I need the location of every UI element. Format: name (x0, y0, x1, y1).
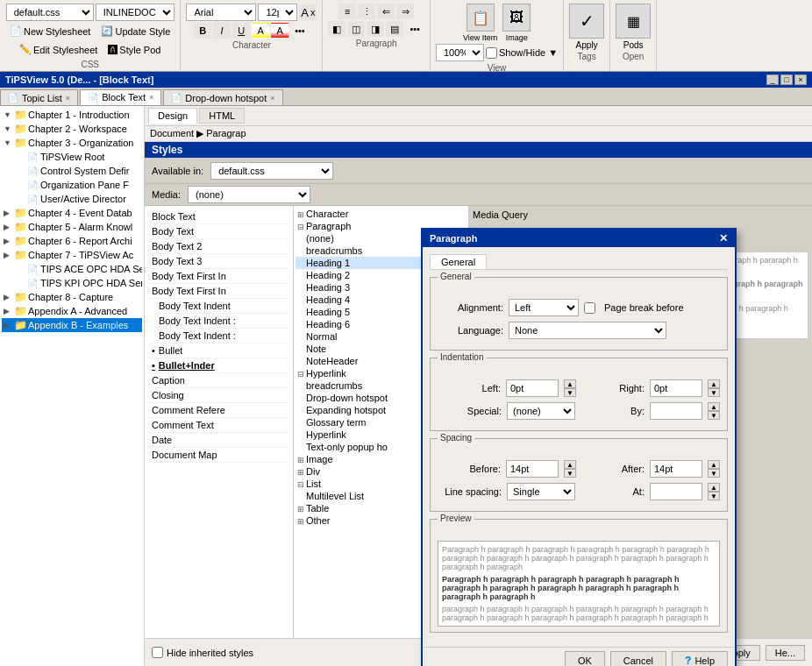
tree-item-appendixa[interactable]: ▶ 📁 Appendix A - Advanced (2, 304, 142, 318)
style-tree-item-breadcrumbs2[interactable]: breadcrumbs (296, 379, 467, 392)
apply-button[interactable]: ✓ (569, 4, 604, 39)
update-style-button[interactable]: 🔄 Update Style (96, 23, 175, 39)
tree-item-ch8[interactable]: ▶ 📁 Chapter 8 - Capture (2, 290, 142, 304)
pods-button[interactable]: ▦ (616, 4, 651, 39)
align-center-button[interactable]: ◫ (347, 21, 365, 37)
style-tree-group-other[interactable]: ⊞Other (296, 514, 467, 527)
design-tab[interactable]: Design (148, 108, 197, 124)
unordered-list-button[interactable]: ≡ (338, 4, 356, 19)
restore-button[interactable]: □ (780, 74, 793, 85)
style-pod-button[interactable]: 🅰 Style Pod (103, 42, 165, 58)
style-item[interactable]: Body Text Indent : (155, 314, 289, 329)
close-button[interactable]: × (794, 74, 807, 85)
show-hide-checkbox[interactable] (486, 47, 497, 59)
outdent-button[interactable]: ⇐ (377, 4, 395, 19)
style-tree-item-heading1[interactable]: Heading 1 (296, 257, 467, 269)
tab-block-text-close[interactable]: × (149, 93, 153, 102)
style-item[interactable]: Caption (148, 373, 289, 388)
more-paragraph-button[interactable]: ••• (405, 21, 424, 37)
more-character-button[interactable]: ••• (290, 23, 310, 39)
zoom-dropdown[interactable]: 100% (436, 44, 484, 61)
tree-item-ch2[interactable]: ▼ 📁 Chapter 2 - Workspace (2, 122, 142, 136)
font-color-button[interactable]: A (271, 23, 288, 39)
style-tree-item-glossary[interactable]: Glossary term (296, 416, 467, 429)
indent-button[interactable]: ⇒ (396, 4, 414, 19)
style-tree-item-heading6[interactable]: Heading 6 (296, 318, 467, 330)
tab-topic-list[interactable]: 📄 Topic List × (0, 89, 78, 105)
tab-block-text[interactable]: 📄 Block Text × (80, 89, 161, 105)
tree-item-orgpane[interactable]: 📄 Organization Pane F (2, 178, 142, 192)
css-dropdown[interactable]: default.css (6, 4, 94, 21)
style-item[interactable]: Comment Text (148, 418, 289, 433)
style-tree-group-div[interactable]: ⊞Div (296, 465, 467, 478)
image-button[interactable]: 🖼 (502, 4, 531, 32)
italic-button[interactable]: I (213, 23, 231, 39)
tree-item-user[interactable]: 📄 User/Active Director (2, 192, 142, 206)
minimize-button[interactable]: _ (766, 74, 779, 85)
media-dropdown[interactable]: (none) (188, 186, 310, 203)
tree-item-ch1[interactable]: ▼ 📁 Chapter 1 - Introduction (2, 108, 142, 122)
tree-item-tipskpi[interactable]: 📄 TIPS KPI OPC HDA Ser (2, 276, 142, 290)
style-tree-item-multilevel[interactable]: Multilevel List (296, 490, 467, 502)
style-item[interactable]: Block Text (148, 209, 289, 224)
tree-item-tipsace[interactable]: 📄 TIPS ACE OPC HDA Se (2, 262, 142, 276)
tab-topic-list-close[interactable]: × (66, 94, 70, 103)
style-item[interactable]: Date (148, 433, 289, 448)
style-tree-group-paragraph[interactable]: ⊟Paragraph (296, 220, 467, 232)
style-tree-group-list[interactable]: ⊟List (296, 478, 467, 490)
style-item[interactable]: Document Map (148, 448, 289, 463)
tree-item-ch3[interactable]: ▼ 📁 Chapter 3 - Organization (2, 136, 142, 150)
style-tree-item-hyperlink[interactable]: Hyperlink (296, 429, 467, 441)
style-item[interactable]: Body Text 2 (148, 239, 289, 254)
style-item-bullet-inder[interactable]: •Bullet+Inder (148, 358, 289, 373)
style-tree-item-dropdown[interactable]: Drop-down hotspot (296, 392, 467, 404)
style-tree-group-hyperlink[interactable]: ⊟Hyperlink (296, 367, 467, 379)
style-tree-item-breadcrumbs[interactable]: breadcrumbs (296, 244, 467, 257)
align-right-button[interactable]: ◨ (367, 21, 384, 37)
bold-button[interactable]: B (194, 23, 211, 39)
new-stylesheet-button[interactable]: 📄 New Stylesheet (5, 23, 95, 39)
tree-item-ch7[interactable]: ▶ 📁 Chapter 7 - TiPSView Ac (2, 248, 142, 262)
style-item[interactable]: Body Text Indent : (155, 329, 289, 344)
font-family-dropdown[interactable]: Arial (186, 4, 256, 21)
style-tree-item-note[interactable]: Note (296, 343, 467, 355)
doc-dropdown[interactable]: INLINEDOCUME... (96, 4, 175, 21)
ordered-list-button[interactable]: ⋮ (358, 4, 375, 19)
font-size-dropdown[interactable]: 12pt (258, 4, 297, 21)
new-button[interactable]: New ▼ (518, 645, 566, 661)
style-tree-group-table[interactable]: ⊞Table (296, 502, 467, 514)
style-tree-item-expanding[interactable]: Expanding hotspot (296, 404, 467, 416)
html-tab[interactable]: HTML (199, 108, 245, 124)
tree-item-control[interactable]: 📄 Control System Defir (2, 164, 142, 178)
style-item[interactable]: Comment Refere (148, 403, 289, 418)
style-item[interactable]: Body Text First In (148, 284, 289, 299)
tab-dropdown-hotspot-close[interactable]: × (270, 94, 274, 103)
format-clear-button[interactable]: Ax (299, 4, 317, 20)
style-tree-item-textonly[interactable]: Text-only popup ho (296, 441, 467, 453)
style-tree-item-heading5[interactable]: Heading 5 (296, 306, 467, 318)
style-item[interactable]: Closing (148, 388, 289, 403)
style-item[interactable]: Body Text 3 (148, 254, 289, 269)
ok-bottom-button[interactable]: OK (623, 645, 657, 661)
tree-item-ch5[interactable]: ▶ 📁 Chapter 5 - Alarm Knowl (2, 220, 142, 234)
available-in-dropdown[interactable]: default.css (210, 162, 333, 180)
cancel-bottom-button[interactable]: Cancel (662, 645, 711, 661)
tree-item-ch4[interactable]: ▶ 📁 Chapter 4 - Event Datab (2, 206, 142, 220)
view-item-button[interactable]: 📋 (467, 4, 495, 32)
apply-bottom-button[interactable]: Apply (716, 645, 760, 661)
highlight-button[interactable]: A (252, 23, 269, 39)
style-tree-item-none[interactable]: (none) (296, 232, 467, 244)
style-tree-group-character[interactable]: ⊞Character (296, 208, 467, 220)
style-item[interactable]: •Bullet (148, 344, 289, 358)
style-item[interactable]: Body Text First In (148, 269, 289, 284)
style-tree-item-heading2[interactable]: Heading 2 (296, 269, 467, 281)
help-bottom-button[interactable]: He... (766, 645, 805, 661)
style-item[interactable]: Body Text Indent (155, 299, 289, 314)
tree-item-tipsroot[interactable]: 📄 TiPSView Root (2, 150, 142, 164)
align-left-button[interactable]: ◧ (328, 21, 345, 37)
underline-button[interactable]: U (232, 23, 250, 39)
hide-inherited-checkbox[interactable] (152, 647, 163, 658)
delete-button[interactable]: Delete (571, 645, 618, 661)
style-tree-item-noteheader[interactable]: NoteHeader (296, 355, 467, 367)
style-item[interactable]: Body Text (148, 224, 289, 239)
